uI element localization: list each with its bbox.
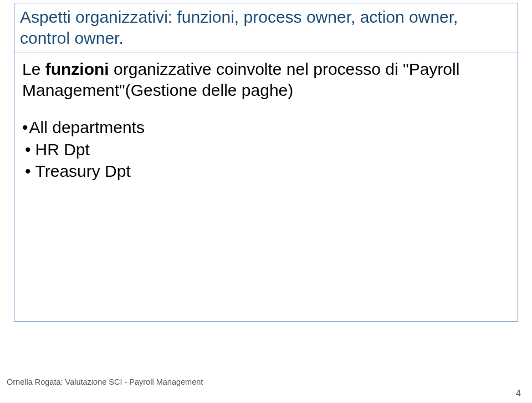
content-box: Le funzioni organizzative coinvolte nel … bbox=[14, 53, 518, 322]
intro-bold: funzioni bbox=[45, 60, 109, 78]
bullet-dot: • bbox=[22, 117, 29, 138]
title-box: Aspetti organizzativi: funzioni, process… bbox=[14, 3, 518, 53]
bullet-dot: • bbox=[22, 161, 35, 182]
intro-paragraph: Le funzioni organizzative coinvolte nel … bbox=[22, 59, 510, 100]
bullet-list: • All departments • HR Dpt • Treasury Dp… bbox=[22, 117, 510, 182]
slide: Aspetti organizzativi: funzioni, process… bbox=[0, 0, 532, 403]
bullet-dot: • bbox=[22, 139, 35, 160]
footer-text: Ornella Rogata: Valutazione SCI - Payrol… bbox=[7, 378, 203, 386]
slide-title: Aspetti organizzativi: funzioni, process… bbox=[20, 7, 512, 48]
list-item: • Treasury Dpt bbox=[22, 161, 510, 182]
list-item: • All departments bbox=[22, 117, 510, 138]
bullet-label: All departments bbox=[29, 117, 145, 138]
intro-pre: Le bbox=[22, 60, 45, 78]
list-item: • HR Dpt bbox=[22, 139, 510, 160]
bullet-label: HR Dpt bbox=[35, 139, 90, 160]
bullet-label: Treasury Dpt bbox=[35, 161, 131, 182]
page-number: 4 bbox=[516, 389, 521, 399]
